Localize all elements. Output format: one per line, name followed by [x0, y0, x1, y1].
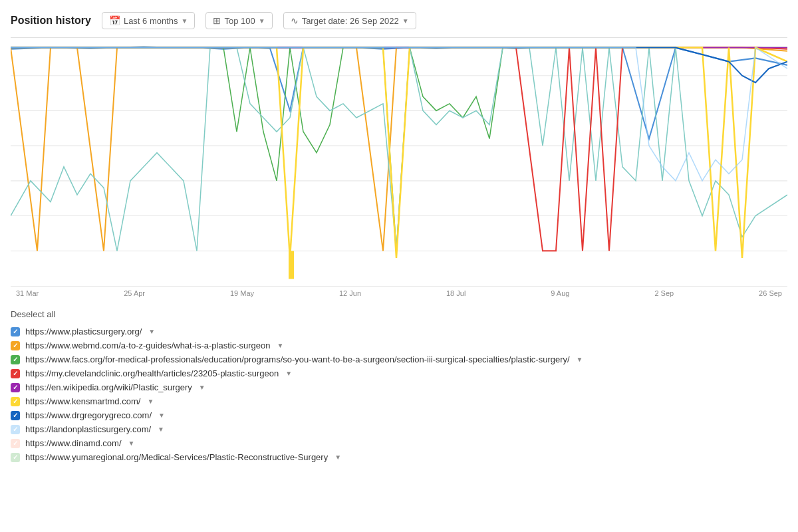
- header: Position history 📅 Last 6 months ▼ ⊞ Top…: [11, 7, 787, 38]
- url-checkbox[interactable]: [11, 327, 20, 336]
- x-label-3: 12 Jun: [339, 289, 361, 297]
- svg-rect-6: [289, 251, 294, 279]
- calendar-icon: 📅: [109, 15, 120, 26]
- url-dropdown-arrow[interactable]: ▼: [128, 440, 135, 447]
- x-label-7: 26 Sep: [759, 289, 782, 297]
- url-dropdown-arrow[interactable]: ▼: [158, 412, 165, 419]
- url-item: https://www.drgregorygreco.com/▼: [11, 408, 787, 422]
- url-checkbox[interactable]: [11, 453, 20, 462]
- url-checkbox[interactable]: [11, 397, 20, 406]
- x-label-6: 2 Sep: [654, 289, 674, 297]
- chart-area: [11, 41, 787, 287]
- url-text: https://en.wikipedia.org/wiki/Plastic_su…: [25, 382, 192, 392]
- page-container: Position history 📅 Last 6 months ▼ ⊞ Top…: [0, 0, 798, 532]
- top-n-label: Top 100: [224, 16, 255, 26]
- date-range-control[interactable]: 📅 Last 6 months ▼: [102, 12, 196, 29]
- grid-icon: ⊞: [213, 15, 221, 26]
- url-text: https://www.dinamd.com/: [25, 438, 122, 448]
- url-list: https://www.plasticsurgery.org/▼https://…: [11, 325, 787, 464]
- deselect-all-button[interactable]: Deselect all: [11, 308, 787, 321]
- wave-icon: ∿: [291, 15, 299, 26]
- url-dropdown-arrow[interactable]: ▼: [577, 356, 583, 363]
- url-text: https://www.kensmartmd.com/: [25, 396, 140, 406]
- url-checkbox[interactable]: [11, 341, 20, 350]
- url-item: https://en.wikipedia.org/wiki/Plastic_su…: [11, 380, 787, 394]
- x-axis-labels: 31 Mar 25 Apr 19 May 12 Jun 18 Jul 9 Aug…: [11, 287, 787, 300]
- url-item: https://www.plasticsurgery.org/▼: [11, 325, 787, 338]
- url-dropdown-arrow[interactable]: ▼: [148, 328, 155, 335]
- url-checkbox[interactable]: [11, 411, 20, 420]
- x-label-5: 9 Aug: [551, 289, 569, 297]
- x-label-4: 18 Jul: [446, 289, 466, 297]
- url-dropdown-arrow[interactable]: ▼: [147, 398, 154, 405]
- x-label-1: 25 Apr: [124, 289, 145, 297]
- url-item: https://www.facs.org/for-medical-profess…: [11, 352, 787, 366]
- url-item: https://www.webmd.com/a-to-z-guides/what…: [11, 338, 787, 352]
- url-checkbox[interactable]: [11, 355, 20, 364]
- target-date-control[interactable]: ∿ Target date: 26 Sep 2022 ▼: [283, 12, 416, 29]
- date-range-label: Last 6 months: [124, 16, 178, 26]
- url-text: https://www.drgregorygreco.com/: [25, 410, 152, 420]
- url-checkbox[interactable]: [11, 425, 20, 434]
- legend-section: Deselect all https://www.plasticsurgery.…: [11, 305, 787, 467]
- target-date-label: Target date: 26 Sep 2022: [302, 16, 399, 26]
- page-title: Position history: [11, 15, 91, 27]
- url-text: https://www.webmd.com/a-to-z-guides/what…: [25, 340, 270, 350]
- url-dropdown-arrow[interactable]: ▼: [334, 454, 341, 461]
- x-label-2: 19 May: [230, 289, 254, 297]
- target-date-chevron: ▼: [402, 17, 409, 25]
- url-text: https://www.facs.org/for-medical-profess…: [25, 354, 570, 364]
- url-checkbox[interactable]: [11, 369, 20, 378]
- top-n-chevron: ▼: [259, 17, 265, 25]
- url-item: https://www.yumaregional.org/Medical-Ser…: [11, 450, 787, 464]
- url-checkbox[interactable]: [11, 439, 20, 448]
- url-dropdown-arrow[interactable]: ▼: [285, 370, 292, 377]
- url-text: https://landonplasticsurgery.com/: [25, 424, 151, 434]
- x-label-0: 31 Mar: [16, 289, 39, 297]
- url-dropdown-arrow[interactable]: ▼: [158, 426, 164, 433]
- url-item: https://my.clevelandclinic.org/health/ar…: [11, 366, 787, 380]
- url-item: https://www.kensmartmd.com/▼: [11, 394, 787, 408]
- url-text: https://www.yumaregional.org/Medical-Ser…: [25, 452, 328, 462]
- url-text: https://www.plasticsurgery.org/: [25, 327, 142, 336]
- url-dropdown-arrow[interactable]: ▼: [277, 342, 283, 349]
- url-checkbox[interactable]: [11, 383, 20, 392]
- top-n-control[interactable]: ⊞ Top 100 ▼: [205, 12, 272, 29]
- url-item: https://www.dinamd.com/▼: [11, 436, 787, 450]
- position-chart: [11, 41, 787, 286]
- url-dropdown-arrow[interactable]: ▼: [199, 384, 205, 391]
- date-range-chevron: ▼: [182, 17, 188, 25]
- url-item: https://landonplasticsurgery.com/▼: [11, 422, 787, 436]
- url-text: https://my.clevelandclinic.org/health/ar…: [25, 368, 279, 378]
